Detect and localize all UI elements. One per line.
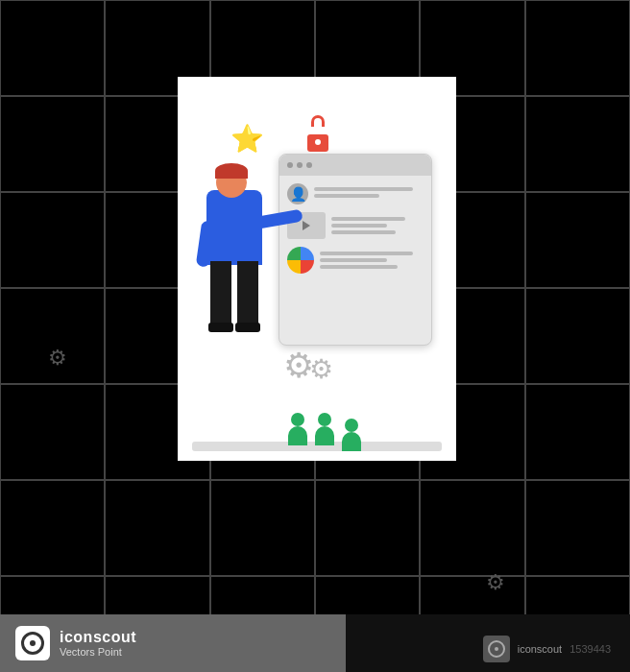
person-shoe-left <box>208 323 233 332</box>
profile-line-long <box>314 187 413 191</box>
star-notification-icon: ⭐ <box>230 123 264 155</box>
gear-group: ⚙ ⚙ <box>283 346 333 386</box>
grid-cell <box>0 480 105 576</box>
person-small-body-1 <box>288 426 307 445</box>
browser-window: 👤 <box>279 154 432 346</box>
wm-brand-text: iconscout <box>518 643 562 655</box>
bottom-info-bar: iconscout 1539443 <box>346 614 630 672</box>
browser-titlebar <box>279 155 431 176</box>
grid-cell <box>525 96 630 192</box>
person-small-1 <box>288 413 307 451</box>
browser-profile-row: 👤 <box>287 183 424 204</box>
iconscout-logo-dot <box>30 640 36 646</box>
grid-cell <box>420 480 524 576</box>
browser-chart-row <box>287 247 424 274</box>
person-small-body-3 <box>342 432 361 451</box>
profile-avatar: 👤 <box>287 183 308 204</box>
wm-logo-small <box>483 636 510 662</box>
grid-cell <box>0 0 105 96</box>
browser-dot-2 <box>297 162 303 168</box>
grid-cell <box>525 480 630 576</box>
video-line <box>331 230 396 234</box>
video-lines <box>331 212 424 239</box>
pie-chart <box>287 247 314 274</box>
grid-cell <box>525 288 630 384</box>
gear-icon-2: ⚙ <box>309 353 333 386</box>
browser-dot-1 <box>287 162 293 168</box>
person-leg-right <box>237 261 258 326</box>
wm-logo-inner <box>488 640 505 658</box>
person-hair <box>215 163 248 179</box>
grid-cell <box>525 0 630 96</box>
grid-cell <box>0 192 105 288</box>
person-leg-left <box>210 261 231 326</box>
person-small-head-3 <box>345 419 358 432</box>
people-group <box>288 413 361 451</box>
profile-line-short <box>314 194 379 198</box>
chart-lines <box>320 252 424 269</box>
grid-cell <box>525 384 630 480</box>
iconscout-logo-inner <box>21 632 44 655</box>
browser-video-row <box>287 212 424 239</box>
chart-line <box>320 258 387 262</box>
gear-left-icon: ⚙ <box>48 346 67 371</box>
grid-cell <box>0 96 105 192</box>
chart-line <box>320 265 398 269</box>
lock-shackle <box>311 115 325 127</box>
person-small-head-1 <box>291 413 304 426</box>
grid-cell <box>315 480 420 576</box>
wm-logo-dot-small <box>495 647 498 651</box>
asset-id: 1539443 <box>569 643 611 655</box>
play-icon <box>303 221 310 230</box>
grid-cell <box>210 480 315 576</box>
watermark-bar: iconscout Vectors Point <box>0 614 346 672</box>
watermark-brand-name: iconscout <box>60 629 136 646</box>
person-small-head-2 <box>318 413 331 426</box>
video-line <box>331 217 405 221</box>
profile-lines <box>314 187 424 201</box>
person-shoe-right <box>235 323 260 332</box>
iconscout-logo <box>15 626 50 660</box>
person-body <box>206 190 262 265</box>
video-line <box>331 224 387 228</box>
watermark-tagline: Vectors Point <box>60 646 136 658</box>
person-small-3 <box>342 419 361 451</box>
chart-line <box>320 252 413 255</box>
person-small-2 <box>315 413 334 451</box>
browser-dot-3 <box>306 162 312 168</box>
grid-cell <box>525 192 630 288</box>
grid-cell <box>105 480 209 576</box>
lock-body <box>307 134 328 152</box>
lock-icon <box>307 115 328 152</box>
lock-keyhole <box>315 139 321 145</box>
person-small-body-2 <box>315 426 334 445</box>
browser-content: 👤 <box>279 176 431 281</box>
watermark-text-block: iconscout Vectors Point <box>60 629 136 658</box>
watermark-right: iconscout 1539443 <box>483 636 611 662</box>
gear-right-icon: ⚙ <box>486 570 505 595</box>
grid-cell <box>0 384 105 480</box>
